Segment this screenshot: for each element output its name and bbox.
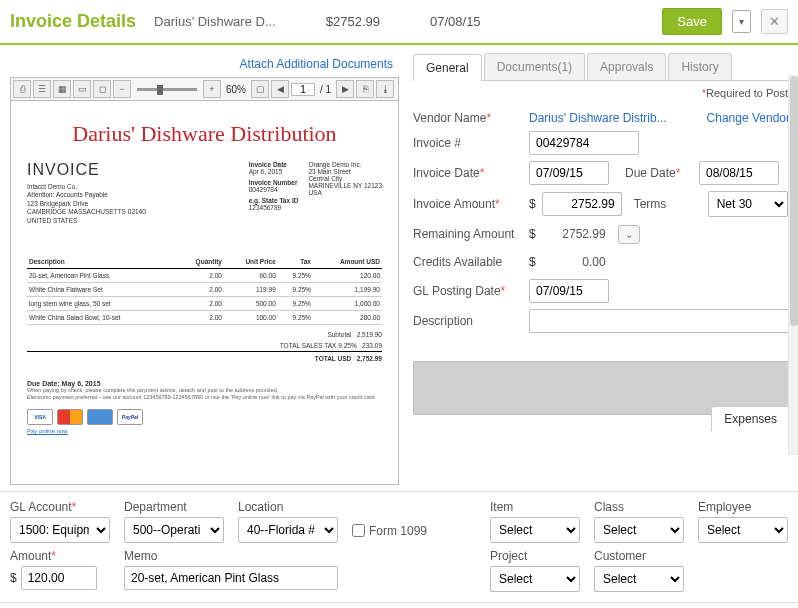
pdf-tool-icon[interactable]: ⎘ bbox=[356, 80, 374, 98]
tab-documents[interactable]: Documents(1) bbox=[484, 53, 585, 80]
table-row: White China Flatware Set2.00119.999.25%1… bbox=[27, 283, 382, 297]
left-column: Attach Additional Documents ⎙ ☰ ▦ ▭ ◻ − … bbox=[0, 45, 405, 491]
pdf-page-total: / 1 bbox=[320, 84, 331, 95]
amount-label: Amount* bbox=[10, 549, 110, 563]
tab-approvals[interactable]: Approvals bbox=[587, 53, 666, 80]
customer-select[interactable]: Select bbox=[594, 566, 684, 592]
header-date: 07/08/15 bbox=[430, 14, 481, 29]
table-row: White China Salad Bowl, 10-set2.00100.00… bbox=[27, 311, 382, 325]
invoice-line-table: Description Quantity Unit Price Tax Amou… bbox=[27, 255, 382, 325]
class-select[interactable]: Select bbox=[594, 517, 684, 543]
employee-label: Employee bbox=[698, 500, 788, 514]
scrollbar[interactable] bbox=[788, 75, 798, 455]
save-button[interactable]: Save bbox=[662, 8, 722, 35]
employee-select[interactable]: Select bbox=[698, 517, 788, 543]
invoice-fine-print: When paying by check, please complete th… bbox=[27, 387, 382, 401]
invoice-date-label: Invoice Date* bbox=[413, 166, 523, 180]
vendor-name-label: Vendor Name* bbox=[413, 111, 523, 125]
tab-general[interactable]: General bbox=[413, 54, 482, 81]
header-bar: Invoice Details Darius' Dishware D... $2… bbox=[0, 0, 798, 45]
paypal-icon: PayPal bbox=[117, 409, 143, 425]
right-column: General Documents(1) Approvals History *… bbox=[405, 45, 798, 491]
pdf-zoom-value: 60% bbox=[226, 84, 246, 95]
pdf-fit-icon[interactable]: ◻ bbox=[93, 80, 111, 98]
payment-card-icons: VISA PayPal bbox=[27, 409, 382, 425]
remaining-value: 2752.99 bbox=[542, 223, 612, 245]
gl-account-select[interactable]: 1500: Equipm bbox=[10, 517, 110, 543]
pdf-zoom-slider[interactable] bbox=[137, 88, 197, 91]
item-select[interactable]: Select bbox=[490, 517, 580, 543]
due-date-input[interactable] bbox=[699, 161, 779, 185]
location-select[interactable]: 40--Florida # bbox=[238, 517, 338, 543]
pdf-toolbar: ⎙ ☰ ▦ ▭ ◻ − + 60% ▢ ◀ / 1 ▶ ⎘ ⭳ bbox=[10, 77, 399, 101]
pdf-grid-icon[interactable]: ▦ bbox=[53, 80, 71, 98]
expenses-tab-wrap: Expenses bbox=[711, 406, 790, 431]
pdf-page-icon[interactable]: ▭ bbox=[73, 80, 91, 98]
invoice-due-date: Due Date: May 6, 2015 bbox=[27, 380, 382, 387]
description-input[interactable] bbox=[529, 309, 790, 333]
save-dropdown-button[interactable]: ▾ bbox=[732, 10, 751, 33]
invoice-meta: Invoice Date Apr 6, 2015 Invoice Number … bbox=[249, 161, 382, 225]
form-1099-checkbox[interactable]: Form 1099 bbox=[352, 518, 427, 543]
credits-value: 0.00 bbox=[542, 251, 612, 273]
vendor-name-link[interactable]: Darius' Dishware Distrib... bbox=[529, 111, 667, 125]
close-button[interactable]: ✕ bbox=[761, 9, 788, 34]
memo-label: Memo bbox=[124, 549, 338, 563]
pdf-print-icon[interactable]: ⎙ bbox=[13, 80, 31, 98]
item-label: Item bbox=[490, 500, 580, 514]
invoice-to-address: Orange Demo Inc. 23 Main Street Central … bbox=[308, 161, 382, 225]
amount-input[interactable] bbox=[21, 566, 97, 590]
amex-icon bbox=[87, 409, 113, 425]
table-row: long stem wine glass, 50 set2.00500.009.… bbox=[27, 297, 382, 311]
tab-bar: General Documents(1) Approvals History bbox=[413, 53, 790, 81]
invoice-date-input[interactable] bbox=[529, 161, 609, 185]
change-vendor-link[interactable]: Change Vendor bbox=[707, 111, 790, 125]
pdf-prev-page-icon[interactable]: ◀ bbox=[271, 80, 289, 98]
terms-label: Terms bbox=[634, 197, 702, 211]
credits-label: Credits Available bbox=[413, 255, 523, 269]
pdf-zoom-in-icon[interactable]: + bbox=[203, 80, 221, 98]
attach-documents-link[interactable]: Attach Additional Documents bbox=[10, 53, 399, 77]
mastercard-icon bbox=[57, 409, 83, 425]
description-label: Description bbox=[413, 314, 523, 328]
invoice-num-label: Invoice # bbox=[413, 136, 523, 150]
invoice-num-input[interactable] bbox=[529, 131, 639, 155]
expenses-tab[interactable]: Expenses bbox=[711, 406, 790, 431]
project-label: Project bbox=[490, 549, 580, 563]
pay-online-link[interactable]: Pay online now bbox=[27, 428, 68, 434]
pdf-zoom-out-icon[interactable]: − bbox=[113, 80, 131, 98]
tab-history[interactable]: History bbox=[668, 53, 731, 80]
pdf-page-input[interactable] bbox=[291, 83, 315, 96]
due-date-label: Due Date* bbox=[625, 166, 693, 180]
project-select[interactable]: Select bbox=[490, 566, 580, 592]
pdf-sidebar-icon[interactable]: ☰ bbox=[33, 80, 51, 98]
currency-symbol: $ bbox=[529, 197, 536, 211]
pdf-download-icon[interactable]: ⭳ bbox=[376, 80, 394, 98]
gl-date-label: GL Posting Date* bbox=[413, 284, 523, 298]
pdf-next-page-icon[interactable]: ▶ bbox=[336, 80, 354, 98]
terms-select[interactable]: Net 30 bbox=[708, 191, 788, 217]
required-note: *Required to Post bbox=[413, 81, 790, 105]
header-vendor-short: Darius' Dishware D... bbox=[154, 14, 276, 29]
gl-account-label: GL Account* bbox=[10, 500, 110, 514]
invoice-from-address: Intacct Demo Co. Attention: Accounts Pay… bbox=[27, 183, 146, 225]
pdf-viewer[interactable]: Darius' Dishware Distribution INVOICE In… bbox=[10, 101, 399, 485]
class-label: Class bbox=[594, 500, 684, 514]
memo-input[interactable] bbox=[124, 566, 338, 590]
table-row: 20-set, American Pint Glass2.0060.009.25… bbox=[27, 269, 382, 283]
customer-label: Customer bbox=[594, 549, 684, 563]
remaining-expand-button[interactable]: ⌄ bbox=[618, 225, 640, 244]
remaining-label: Remaining Amount bbox=[413, 227, 523, 241]
header-amount: $2752.99 bbox=[326, 14, 380, 29]
department-label: Department bbox=[124, 500, 224, 514]
department-select[interactable]: 500--Operati bbox=[124, 517, 224, 543]
form-1099-input[interactable] bbox=[352, 524, 365, 537]
page-title: Invoice Details bbox=[10, 11, 136, 32]
gl-date-input[interactable] bbox=[529, 279, 609, 303]
invoice-title: INVOICE bbox=[27, 161, 146, 179]
line-item-section: GL Account* 1500: Equipm Department 500-… bbox=[0, 491, 798, 602]
invoice-amount-input[interactable] bbox=[542, 192, 622, 216]
main-area: Attach Additional Documents ⎙ ☰ ▦ ▭ ◻ − … bbox=[0, 45, 798, 491]
pdf-fullscreen-icon[interactable]: ▢ bbox=[251, 80, 269, 98]
line-item-section-2: GL Account* Department Location Item Cla… bbox=[0, 602, 798, 608]
